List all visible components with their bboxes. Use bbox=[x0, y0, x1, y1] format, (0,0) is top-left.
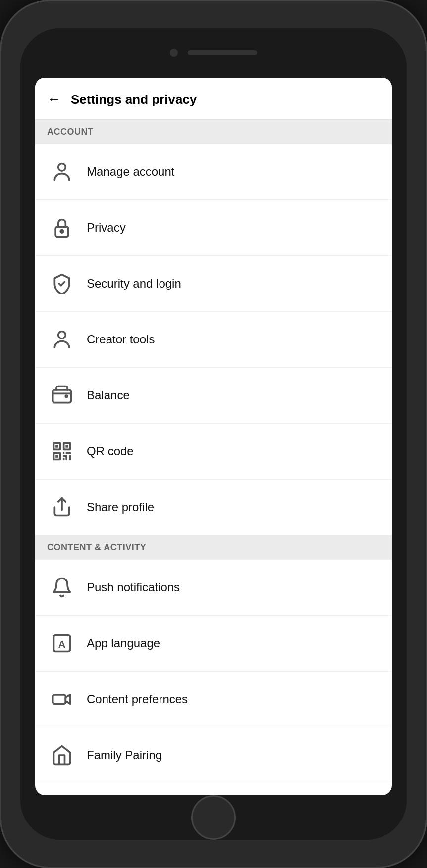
balance-label: Balance bbox=[87, 388, 130, 402]
page-title: Settings and privacy bbox=[71, 92, 197, 107]
qr-icon bbox=[47, 436, 77, 466]
back-button[interactable]: ← bbox=[47, 92, 61, 107]
menu-item-share-profile[interactable]: Share profile bbox=[35, 480, 392, 535]
lock-icon bbox=[47, 213, 77, 242]
camera-dot bbox=[170, 49, 178, 57]
svg-point-2 bbox=[60, 230, 63, 233]
menu-item-security-login[interactable]: Security and login bbox=[35, 256, 392, 312]
menu-item-push-notifications[interactable]: Push notifications bbox=[35, 560, 392, 616]
bell-icon bbox=[47, 573, 77, 602]
menu-item-family-pairing[interactable]: Family Pairing bbox=[35, 727, 392, 783]
section-account-header: ACCOUNT bbox=[35, 120, 392, 144]
menu-item-creator-tools[interactable]: Creator tools bbox=[35, 312, 392, 368]
family-pairing-label: Family Pairing bbox=[87, 748, 162, 762]
svg-point-3 bbox=[58, 332, 66, 339]
phone-device: ← Settings and privacy ACCOUNT Manage ac… bbox=[0, 0, 427, 868]
menu-item-balance[interactable]: Balance bbox=[35, 368, 392, 424]
menu-item-content-preferences[interactable]: Content prefernces bbox=[35, 672, 392, 727]
content-preferences-label: Content prefernces bbox=[87, 692, 188, 706]
svg-rect-9 bbox=[65, 445, 68, 448]
svg-point-0 bbox=[58, 164, 66, 171]
svg-rect-10 bbox=[55, 455, 58, 458]
language-icon: A bbox=[47, 628, 77, 658]
app-language-label: App language bbox=[87, 636, 160, 650]
shield-icon bbox=[47, 269, 77, 298]
menu-item-manage-account[interactable]: Manage account bbox=[35, 144, 392, 200]
creator-icon bbox=[47, 325, 77, 354]
svg-rect-20 bbox=[53, 695, 66, 704]
menu-item-accessibility[interactable]: Accessibility bbox=[35, 783, 392, 795]
phone-inner: ← Settings and privacy ACCOUNT Manage ac… bbox=[20, 28, 407, 840]
app-header: ← Settings and privacy bbox=[35, 78, 392, 120]
speaker-bar bbox=[188, 50, 257, 55]
menu-item-qr-code[interactable]: QR code bbox=[35, 424, 392, 480]
share-icon bbox=[47, 492, 77, 522]
share-profile-label: Share profile bbox=[87, 500, 154, 514]
manage-account-label: Manage account bbox=[87, 165, 174, 179]
security-login-label: Security and login bbox=[87, 277, 181, 290]
creator-tools-label: Creator tools bbox=[87, 333, 155, 346]
svg-rect-8 bbox=[55, 445, 58, 448]
push-notifications-label: Push notifications bbox=[87, 580, 180, 594]
person-icon bbox=[47, 157, 77, 187]
qr-code-label: QR code bbox=[87, 444, 134, 458]
wallet-icon bbox=[47, 381, 77, 410]
home-button[interactable] bbox=[191, 795, 236, 840]
home-icon bbox=[47, 740, 77, 770]
phone-bottom bbox=[191, 795, 236, 840]
privacy-label: Privacy bbox=[87, 221, 126, 235]
screen: ← Settings and privacy ACCOUNT Manage ac… bbox=[35, 78, 392, 795]
menu-item-privacy[interactable]: Privacy bbox=[35, 200, 392, 256]
video-icon bbox=[47, 684, 77, 714]
phone-top-bar bbox=[20, 28, 407, 78]
menu-item-app-language[interactable]: A App language bbox=[35, 616, 392, 672]
svg-text:A: A bbox=[58, 639, 66, 650]
section-content-activity-header: CONTENT & ACTIVITY bbox=[35, 535, 392, 560]
